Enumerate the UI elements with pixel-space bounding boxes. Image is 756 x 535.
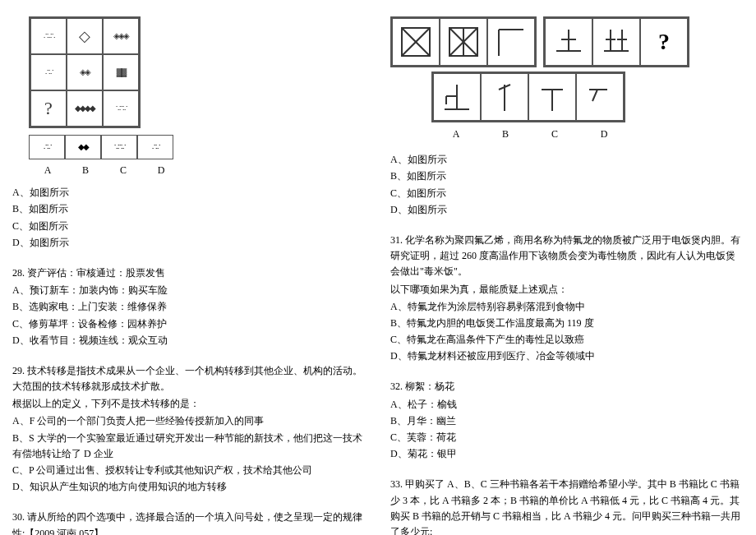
fig-cell <box>487 18 535 66</box>
opt-fig-c <box>528 73 576 121</box>
q31: 31. 化学名称为聚四氟乙烯，商用名称为特氟龙的物质被广泛用于电饭煲内胆。有研究… <box>390 233 744 365</box>
fig-cell <box>592 18 640 66</box>
opt-c: C、如图所示 <box>12 219 366 234</box>
grid-cell: ∵∴∵ <box>103 90 139 127</box>
q30-question: ? <box>543 16 689 67</box>
q29-a: A、F 公司的一个部门负责人把一些经验传授新加入的同事 <box>12 413 366 429</box>
q28: 28. 资产评估：审核通过：股票发售 A、预订新车：加装内饰：购买车险 B、选购… <box>12 265 366 348</box>
q30-figures: ? <box>390 16 744 67</box>
opt-a: A、如图所示 <box>12 185 366 201</box>
opt-label: C <box>530 127 579 142</box>
right-column: ? A B C D A、如图所示 B、如图所示 C、如图所示 D、如图所示 <box>390 12 744 535</box>
q30-options: A、如图所示 B、如图所示 C、如图所示 D、如图所示 <box>390 152 744 218</box>
fig-cell <box>440 18 487 66</box>
q29-c: C、P 公司通过出售、授权转让专利或其他知识产权，技术给其他公司 <box>12 463 366 478</box>
opt-b: B、如图所示 <box>390 168 744 184</box>
q31-b: B、特氟龙内胆的电饭煲工作温度最高为 119 度 <box>390 316 744 331</box>
option-images: ∴∵ ◆◆ ∵∴∵ ∴∵ <box>29 135 366 159</box>
q28-c: C、修剪草坪：设备检修：园林养护 <box>12 316 366 332</box>
q30-opt-labels: A B C D <box>431 127 744 142</box>
q29-sub: 根据以上的定义，下列不是技术转移的是： <box>12 396 366 412</box>
q31-title: 31. 化学名称为聚四氟乙烯，商用名称为特氟龙的物质被广泛用于电饭煲内胆。有研究… <box>390 233 744 280</box>
left-column: ∴∵∴ ◇ ◈◈◈ ∴∵ ◈◈ ▓▓ ? ◆◆◆◆ ∵∴∵ ∴∵ ◆◆ ∵∴∵ … <box>12 12 366 535</box>
q29-b: B、S 大学的一个实验室最近通过研究开发出一种节能的新技术，他们把这一技术有偿地… <box>12 431 366 462</box>
q32-title: 32. 柳絮：杨花 <box>390 379 744 394</box>
q32-a: A、松子：榆钱 <box>390 397 744 413</box>
q31-a: A、特氟龙作为涂层特别容易剥落混到食物中 <box>390 299 744 315</box>
q32-d: D、菊花：银甲 <box>390 446 744 462</box>
grid-cell: ∴∵∴ <box>30 18 67 54</box>
q29-d: D、知识从产生知识的地方向使用知识的地方转移 <box>12 479 366 495</box>
q31-d: D、特氟龙材料还被应用到医疗、冶金等领域中 <box>390 348 744 364</box>
q30-opts <box>431 71 625 122</box>
q29: 29. 技术转移是指技术成果从一个企业、一个机构转移到其他企业、机构的活动。大范… <box>12 363 366 496</box>
q33-title: 33. 甲购买了 A、B、C 三种书籍各若干本捐赠给希望小学。其中 B 书籍比 … <box>390 477 744 535</box>
opt-d: D、如图所示 <box>390 202 744 218</box>
q27-options: A、如图所示 B、如图所示 C、如图所示 D、如图所示 <box>12 185 366 251</box>
q31-sub: 以下哪项如果为真，最能质疑上述观点： <box>390 282 744 297</box>
q33: 33. 甲购买了 A、B、C 三种书籍各若干本捐赠给希望小学。其中 B 书籍比 … <box>390 477 744 535</box>
grid-cell: ◈◈ <box>67 54 103 90</box>
q28-a: A、预订新车：加装内饰：购买车险 <box>12 283 366 298</box>
opt-img-d: ∴∵ <box>137 135 173 159</box>
grid-cell: ? <box>30 90 67 127</box>
q28-d: D、收看节目：视频连线：观众互动 <box>12 333 366 348</box>
q30-options-figs <box>431 71 744 122</box>
opt-a: A、如图所示 <box>390 152 744 168</box>
q30: 30. 请从所给的四个选项中，选择最合适的一个填入问号处，使之呈现一定的规律性:… <box>12 510 366 535</box>
opt-fig-d <box>576 73 624 121</box>
q30-given <box>390 16 537 67</box>
opt-img-b: ◆◆ <box>65 135 101 159</box>
fig-cell <box>392 18 440 66</box>
grid-cell: ◈◈◈ <box>103 18 139 54</box>
figure-grid: ∴∵∴ ◇ ◈◈◈ ∴∵ ◈◈ ▓▓ ? ◆◆◆◆ ∵∴∵ <box>29 16 141 128</box>
svg-line-26 <box>592 90 597 101</box>
opt-label: B <box>481 127 530 142</box>
opt-label: A <box>431 127 481 142</box>
opt-label-d: D <box>142 163 180 178</box>
opt-label: D <box>579 127 629 142</box>
opt-img-a: ∴∵ <box>29 135 65 159</box>
q31-c: C、特氟龙在高温条件下产生的毒性足以致癌 <box>390 332 744 348</box>
q28-title: 28. 资产评估：审核通过：股票发售 <box>12 265 366 281</box>
grid-cell: ◆◆◆◆ <box>67 90 103 127</box>
opt-label-b: B <box>67 163 104 178</box>
fig-cell <box>545 18 592 66</box>
option-labels: A B C D <box>29 163 366 178</box>
grid-cell: ∴∵ <box>30 54 67 90</box>
opt-b: B、如图所示 <box>12 201 366 217</box>
opt-fig-a <box>433 73 481 121</box>
grid-cell: ▓▓ <box>103 54 139 90</box>
q32: 32. 柳絮：杨花 A、松子：榆钱 B、月华：幽兰 C、芙蓉：荷花 D、菊花：银… <box>390 379 744 462</box>
opt-d: D、如图所示 <box>12 235 366 251</box>
opt-c: C、如图所示 <box>390 186 744 201</box>
q32-c: C、芙蓉：荷花 <box>390 430 744 445</box>
q29-title: 29. 技术转移是指技术成果从一个企业、一个机构转移到其他企业、机构的活动。大范… <box>12 363 366 394</box>
opt-fig-b <box>481 73 528 121</box>
opt-img-c: ∵∴∵ <box>101 135 137 159</box>
q28-b: B、选购家电：上门安装：维修保养 <box>12 299 366 315</box>
q32-b: B、月华：幽兰 <box>390 413 744 429</box>
grid-cell: ◇ <box>67 18 103 54</box>
opt-label-c: C <box>104 163 142 178</box>
fig-cell: ? <box>640 18 688 66</box>
opt-label-a: A <box>29 163 67 178</box>
q30-title: 30. 请从所给的四个选项中，选择最合适的一个填入问号处，使之呈现一定的规律性:… <box>12 510 366 535</box>
